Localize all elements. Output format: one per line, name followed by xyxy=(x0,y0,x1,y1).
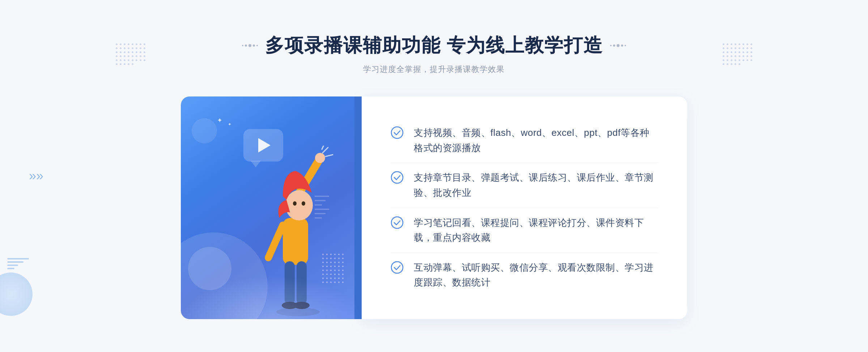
dot-pattern-top-right xyxy=(723,43,752,65)
svg-point-3 xyxy=(285,190,313,220)
left-arrow-icon: »» xyxy=(29,168,43,184)
check-circle-icon-3 xyxy=(391,216,404,229)
header-dots-left xyxy=(242,44,258,47)
svg-line-8 xyxy=(268,225,283,258)
page-title: 多项录播课辅助功能 专为线上教学打造 xyxy=(265,33,603,58)
sparkle-icon-2: ✦ xyxy=(228,122,231,127)
check-circle-icon-2 xyxy=(391,171,404,184)
check-circle-icon-1 xyxy=(391,126,404,139)
header-section: 多项录播课辅助功能 专为线上教学打造 学习进度全掌握，提升录播课教学效果 xyxy=(242,33,626,75)
feature-text-4: 互动弹幕、试听购买、微信分享、观看次数限制、学习进度跟踪、数据统计 xyxy=(414,260,658,290)
svg-line-14 xyxy=(322,146,324,149)
svg-point-5 xyxy=(302,201,305,206)
illustration-panel: ✦ ✦ xyxy=(181,96,362,319)
stripe-line-3 xyxy=(7,265,18,266)
svg-point-1 xyxy=(315,153,325,163)
feature-text-2: 支持章节目录、弹题考试、课后练习、课后作业、章节测验、批改作业 xyxy=(414,170,658,200)
svg-point-24 xyxy=(391,262,403,273)
bottom-glow xyxy=(181,276,362,319)
feature-item-4: 互动弹幕、试听购买、微信分享、观看次数限制、学习进度跟踪、数据统计 xyxy=(391,253,658,297)
content-area: ✦ ✦ xyxy=(181,96,687,319)
page-wrapper: »» // Generate dots inline for(let i=0; … xyxy=(0,0,868,352)
sparkle-icon-1: ✦ xyxy=(217,116,222,124)
header-dots-right xyxy=(610,44,626,47)
feature-item-3: 学习笔记回看、课程提问、课程评论打分、课件资料下载，重点内容收藏 xyxy=(391,208,658,253)
check-circle-icon-4 xyxy=(391,261,404,274)
svg-point-23 xyxy=(391,217,403,228)
stripe-line-4 xyxy=(7,268,14,269)
svg-line-13 xyxy=(326,155,333,156)
diagonal-lines-decoration xyxy=(315,193,333,223)
header-decorators: 多项录播课辅助功能 专为线上教学打造 xyxy=(242,33,626,58)
svg-point-21 xyxy=(391,127,403,138)
stripe-line-2 xyxy=(7,261,24,263)
svg-line-12 xyxy=(323,147,328,153)
stripe-decoration xyxy=(7,258,29,287)
feature-item-1: 支持视频、音频、flash、word、excel、ppt、pdf等各种格式的资源… xyxy=(391,118,658,163)
svg-point-22 xyxy=(391,172,403,183)
feature-text-1: 支持视频、音频、flash、word、excel、ppt、pdf等各种格式的资源… xyxy=(414,125,658,155)
feature-text-3: 学习笔记回看、课程提问、课程评论打分、课件资料下载，重点内容收藏 xyxy=(414,215,658,245)
dot-pattern-top-left: // Generate dots inline for(let i=0; i<4… xyxy=(116,43,145,65)
svg-point-4 xyxy=(293,201,297,206)
page-subtitle: 学习进度全掌握，提升录播课教学效果 xyxy=(242,64,626,75)
svg-rect-2 xyxy=(283,218,308,265)
content-panel: 支持视频、音频、flash、word、excel、ppt、pdf等各种格式的资源… xyxy=(362,96,687,319)
stripe-line-1 xyxy=(7,258,29,259)
illus-circle-small xyxy=(192,118,217,143)
feature-item-2: 支持章节目录、弹题考试、课后练习、课后作业、章节测验、批改作业 xyxy=(391,163,658,208)
